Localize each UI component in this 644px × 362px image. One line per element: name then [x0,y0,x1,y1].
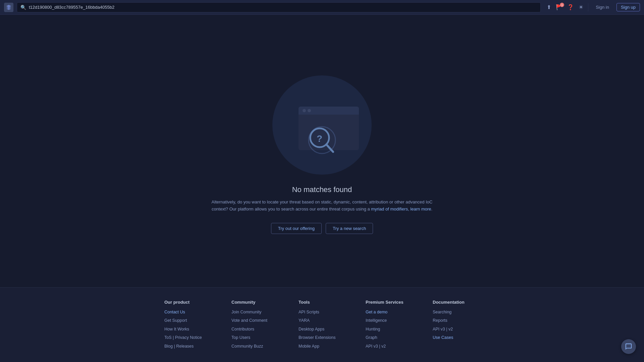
footer-link-contact[interactable]: Contact Us [164,309,211,315]
search-bar[interactable]: 🔍 [17,2,541,12]
footer-col-premium-title: Premium Services [366,300,413,305]
footer-link-api-scripts[interactable]: API Scripts [299,309,345,315]
no-results-illustration: ? [268,68,376,175]
footer-link-blog[interactable]: Blog | Releases [164,344,211,350]
help-icon[interactable]: ❓ [567,4,574,10]
footer-col-docs-title: Documentation [433,300,480,305]
no-matches-description: Alternatively, do you want to locate you… [205,199,439,213]
footer-link-intelligence[interactable]: Intelligence [366,318,413,324]
footer-link-reports[interactable]: Reports [433,318,480,324]
footer-link-graph[interactable]: Graph [366,335,413,341]
try-new-search-button[interactable]: Try a new search [326,223,373,234]
no-matches-title: No matches found [292,185,352,194]
learn-more-link[interactable]: myriad of modifiers, learn more [371,206,431,212]
footer-col-community: Community Join Community Vote and Commen… [231,300,278,352]
footer-col-product: Our product Contact Us Get Support How I… [164,300,211,352]
try-offering-button[interactable]: Try out our offering [271,223,322,234]
footer-link-use-cases[interactable]: Use Cases [433,335,480,341]
footer-link-tos[interactable]: ToS | Privacy Notice [164,335,211,341]
logo[interactable] [4,3,13,12]
notification-badge: 1 [560,3,564,7]
svg-text:?: ? [317,133,322,144]
footer-col-tools-title: Tools [299,300,345,305]
header-actions: ⬆ 🚩 1 ❓ ☀ Sign in Sign up [547,3,640,11]
search-input[interactable] [29,5,537,10]
upload-icon[interactable]: ⬆ [547,4,551,10]
footer-col-product-title: Our product [164,300,211,305]
footer-col-tools: Tools API Scripts YARA Desktop Apps Brow… [299,300,345,352]
footer-col-community-title: Community [231,300,278,305]
notifications-icon[interactable]: 🚩 1 [556,4,562,10]
footer-link-browser-extensions[interactable]: Browser Extensions [299,335,345,341]
svg-point-4 [303,109,306,112]
footer-link-get-demo[interactable]: Get a demo [366,309,413,315]
footer-link-api-v3v2-docs[interactable]: API v3 | v2 [433,326,480,333]
svg-rect-3 [299,111,359,115]
footer-link-join-community[interactable]: Join Community [231,309,278,315]
footer: Our product Contact Us Get Support How I… [0,287,644,362]
desc-text-end: . [431,206,433,212]
footer-link-how-it-works[interactable]: How It Works [164,326,211,333]
footer-link-top-users[interactable]: Top Users [231,335,278,341]
footer-link-api-v3v2-premium[interactable]: API v3 | v2 [366,344,413,350]
svg-point-5 [308,109,311,112]
header-divider [588,3,588,11]
search-icon: 🔍 [20,5,26,10]
footer-link-community-buzz[interactable]: Community Buzz [231,344,278,350]
signup-button[interactable]: Sign up [616,3,640,11]
footer-link-yara[interactable]: YARA [299,318,345,324]
footer-link-desktop-apps[interactable]: Desktop Apps [299,326,345,333]
theme-icon[interactable]: ☀ [579,4,583,10]
footer-link-hunting[interactable]: Hunting [366,326,413,333]
action-buttons: Try out our offering Try a new search [271,223,373,234]
footer-link-contributors[interactable]: Contributors [231,326,278,333]
footer-link-support[interactable]: Get Support [164,318,211,324]
chat-widget[interactable] [621,339,636,354]
main-content: ? No matches found Alternatively, do you… [0,15,644,287]
footer-link-mobile-app[interactable]: Mobile App [299,344,345,350]
footer-link-searching[interactable]: Searching [433,309,480,315]
footer-col-premium: Premium Services Get a demo Intelligence… [366,300,413,352]
footer-col-docs: Documentation Searching Reports API v3 |… [433,300,480,352]
header: 🔍 ⬆ 🚩 1 ❓ ☀ Sign in Sign up [0,0,644,15]
signin-button[interactable]: Sign in [593,3,612,11]
footer-link-vote-comment[interactable]: Vote and Comment [231,318,278,324]
footer-columns: Our product Contact Us Get Support How I… [20,300,624,352]
